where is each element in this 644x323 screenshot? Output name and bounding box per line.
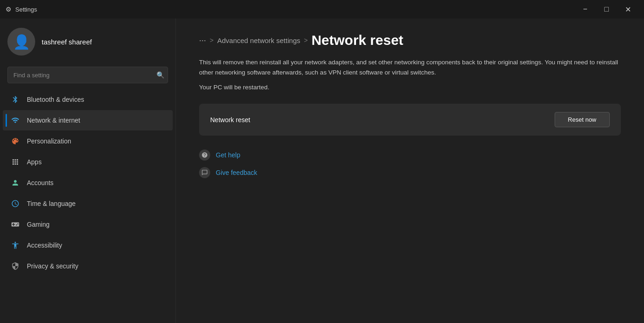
description: This will remove then reinstall all your… (199, 57, 621, 77)
titlebar-controls: − □ ✕ (575, 2, 638, 17)
network-icon (10, 115, 20, 125)
sidebar-item-label: Gaming (27, 221, 50, 228)
get-help-label: Get help (216, 151, 240, 159)
search-box: 🔍 (7, 67, 168, 83)
breadcrumb: ··· > Advanced network settings > Networ… (199, 32, 621, 48)
content-area: 👤 tashreef shareef 🔍 Bluetooth & devices (0, 19, 644, 323)
titlebar-left: ⚙ Settings (6, 6, 37, 13)
breadcrumb-dots[interactable]: ··· (199, 36, 206, 45)
username: tashreef shareef (42, 38, 92, 46)
close-button[interactable]: ✕ (617, 2, 638, 17)
sidebar-item-label: Network & internet (27, 117, 80, 124)
sidebar-item-privacy[interactable]: Privacy & security (3, 256, 173, 276)
window: ⚙ Settings − □ ✕ 👤 tashreef shareef 🔍 (0, 0, 644, 323)
bluetooth-icon (10, 94, 20, 105)
sidebar-item-label: Apps (27, 158, 42, 166)
sidebar-item-time[interactable]: Time & language (3, 193, 173, 214)
settings-icon: ⚙ (6, 6, 12, 13)
breadcrumb-separator-1: > (210, 37, 213, 44)
breadcrumb-separator-2: > (304, 37, 307, 44)
avatar: 👤 (7, 28, 35, 56)
search-icon[interactable]: 🔍 (156, 71, 164, 79)
links-section: Get help Give feedback (199, 149, 621, 178)
sidebar-item-label: Personalization (27, 137, 71, 145)
apps-icon (10, 157, 20, 167)
sidebar-item-label: Time & language (27, 200, 75, 207)
sidebar-item-personalization[interactable]: Personalization (3, 131, 173, 151)
minimize-button[interactable]: − (575, 2, 596, 17)
give-feedback-icon (199, 167, 210, 178)
sidebar-item-bluetooth[interactable]: Bluetooth & devices (3, 89, 173, 110)
sidebar-item-label: Accounts (27, 179, 54, 186)
gaming-icon (10, 219, 20, 230)
sidebar-item-label: Accessibility (27, 242, 62, 249)
restart-note: Your PC will be restarted. (199, 84, 621, 91)
accessibility-icon (10, 240, 20, 250)
give-feedback-link[interactable]: Give feedback (199, 167, 621, 178)
give-feedback-label: Give feedback (216, 169, 257, 176)
time-icon (10, 199, 20, 209)
sidebar-item-label: Privacy & security (27, 262, 78, 270)
page-title: Network reset (312, 32, 403, 48)
sidebar-item-label: Bluetooth & devices (27, 96, 84, 103)
titlebar: ⚙ Settings − □ ✕ (0, 0, 644, 19)
reset-now-button[interactable]: Reset now (555, 112, 610, 127)
sidebar-item-accessibility[interactable]: Accessibility (3, 235, 173, 255)
main-content: ··· > Advanced network settings > Networ… (176, 19, 644, 323)
personalization-icon (10, 136, 20, 146)
accounts-icon (10, 178, 20, 188)
user-section: 👤 tashreef shareef (0, 19, 175, 63)
sidebar-item-gaming[interactable]: Gaming (3, 214, 173, 235)
sidebar-item-network[interactable]: Network & internet (3, 110, 173, 130)
nav-items: Bluetooth & devices Network & internet P… (0, 89, 175, 277)
get-help-icon (199, 149, 210, 161)
sidebar-item-accounts[interactable]: Accounts (3, 173, 173, 193)
reset-card: Network reset Reset now (199, 104, 621, 136)
get-help-link[interactable]: Get help (199, 149, 621, 161)
reset-card-label: Network reset (210, 116, 250, 124)
privacy-icon (10, 261, 20, 271)
avatar-icon: 👤 (13, 34, 30, 50)
sidebar-item-apps[interactable]: Apps (3, 152, 173, 172)
titlebar-title: Settings (15, 6, 37, 13)
breadcrumb-link[interactable]: Advanced network settings (217, 37, 300, 44)
search-input[interactable] (7, 67, 168, 83)
sidebar: 👤 tashreef shareef 🔍 Bluetooth & devices (0, 19, 176, 323)
maximize-button[interactable]: □ (596, 2, 617, 17)
